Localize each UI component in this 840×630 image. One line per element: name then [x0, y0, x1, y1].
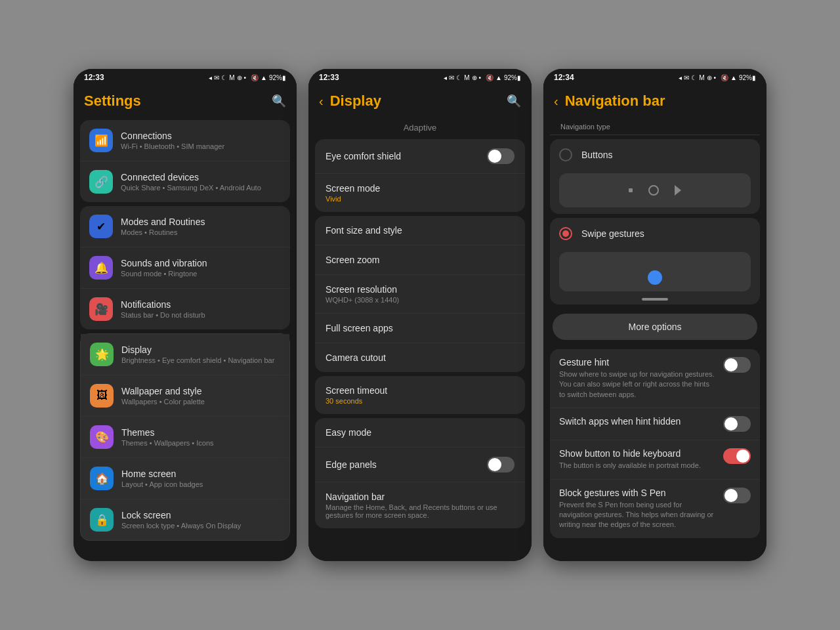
notifications-subtitle: Status bar • Do not disturb [121, 311, 281, 319]
hide-keyboard-toggle[interactable] [723, 448, 751, 464]
spen-block-toggle[interactable] [723, 488, 751, 503]
display-group-3: Screen timeout 30 seconds [315, 376, 525, 414]
hide-keyboard-sub: The button is only available in portrait… [559, 461, 717, 471]
back-arrow-display[interactable]: ‹ [319, 94, 324, 109]
swipe-indicator [648, 270, 662, 285]
nav-buttons-group: Buttons [550, 139, 760, 214]
display-content: Adaptive Eye comfort shield Screen mode … [308, 116, 532, 561]
status-time-3: 12:34 [554, 73, 574, 82]
settings-title: Settings [84, 93, 272, 110]
display-item-camera[interactable]: Camera cutout [315, 343, 525, 372]
switch-apps-title: Switch apps when hint hidden [559, 416, 717, 427]
gesture-hint-item[interactable]: Gesture hint Show where to swipe up for … [550, 349, 760, 408]
settings-item-connections[interactable]: 📶 Connections Wi-Fi • Bluetooth • SIM ma… [80, 120, 290, 161]
display-item-screenmode[interactable]: Screen mode Vivid [315, 174, 525, 212]
settings-item-lockscreen[interactable]: 🔒 Lock screen Screen lock type • Always … [81, 499, 289, 540]
display-subtitle: Brightness • Eye comfort shield • Naviga… [121, 356, 280, 364]
connections-text: Connections Wi-Fi • Bluetooth • SIM mana… [121, 131, 281, 150]
switch-apps-toggle[interactable] [723, 416, 751, 432]
buttons-label: Buttons [581, 150, 612, 160]
notifications-text: Notifications Status bar • Do not distur… [121, 299, 281, 319]
settings-item-modes[interactable]: ✔ Modes and Routines Modes • Routines [80, 206, 290, 247]
themes-icon: 🎨 [90, 425, 114, 449]
wallpaper-title: Wallpaper and style [121, 386, 280, 396]
gesture-settings-group: Gesture hint Show where to swipe up for … [550, 349, 760, 538]
hide-keyboard-item[interactable]: Show button to hide keyboard The button … [550, 440, 760, 478]
display-item-zoom[interactable]: Screen zoom [315, 245, 525, 275]
display-icon: 🌟 [90, 343, 114, 366]
phone-display: 12:33 ◂✉☾M⊕• 🔇▲92%▮ ‹ Display 🔍 Adaptive… [308, 69, 532, 561]
gesture-hint-toggle[interactable] [723, 357, 751, 373]
resolution-text: Screen resolution WQHD+ (3088 x 1440) [326, 284, 514, 304]
display-item-easymode[interactable]: Easy mode [315, 418, 525, 448]
easymode-title: Easy mode [326, 427, 514, 438]
status-icons-3: ◂✉☾M⊕• 🔇▲92%▮ [679, 74, 756, 81]
nav-content: Navigation type Buttons Swipe gestures [543, 116, 766, 561]
display-group-1: Eye comfort shield Screen mode Vivid [315, 139, 525, 212]
connections-subtitle: Wi-Fi • Bluetooth • SIM manager [121, 142, 281, 150]
modes-subtitle: Modes • Routines [121, 228, 281, 236]
display-item-font[interactable]: Font size and style [315, 216, 525, 245]
resolution-subtitle: WQHD+ (3088 x 1440) [326, 296, 514, 304]
display-item-navbar[interactable]: Navigation bar Manage the Home, Back, an… [315, 482, 525, 528]
resolution-title: Screen resolution [326, 284, 514, 295]
swipe-radio[interactable] [559, 227, 572, 240]
display-item-timeout[interactable]: Screen timeout 30 seconds [315, 376, 525, 414]
nav-circle [648, 185, 659, 196]
connected-icon: 🔗 [89, 170, 113, 194]
nav-swipe-item[interactable]: Swipe gestures [550, 218, 760, 249]
nav-swipe-group: Swipe gestures [550, 218, 760, 304]
modes-title: Modes and Routines [121, 217, 281, 227]
settings-group-1: 📶 Connections Wi-Fi • Bluetooth • SIM ma… [80, 120, 290, 202]
eye-toggle[interactable] [487, 148, 514, 164]
navbar-text: Navigation bar Manage the Home, Back, an… [326, 492, 514, 519]
status-bar-3: 12:34 ◂✉☾M⊕• 🔇▲92%▮ [543, 69, 766, 85]
more-options-button[interactable]: More options [553, 314, 757, 340]
fullscreen-title: Full screen apps [326, 323, 514, 333]
edgepanels-title: Edge panels [326, 459, 487, 470]
connections-icon: 📶 [89, 129, 113, 152]
phones-container: 12:33 ◂✉☾M⊕• 🔇▲92%▮ Settings 🔍 📶 Connect… [60, 56, 780, 574]
search-icon[interactable]: 🔍 [272, 94, 286, 108]
buttons-radio[interactable] [559, 148, 572, 161]
display-title: Display [121, 345, 280, 355]
edge-toggle[interactable] [487, 457, 514, 472]
settings-item-display[interactable]: 🌟 Display Brightness • Eye comfort shiel… [81, 334, 289, 375]
buttons-preview [559, 173, 751, 207]
homescreen-subtitle: Layout • App icon badges [121, 480, 280, 488]
status-icons-2: ◂✉☾M⊕• 🔇▲92%▮ [444, 74, 521, 81]
display-faded-top: Adaptive [308, 116, 532, 135]
settings-item-connected[interactable]: 🔗 Connected devices Quick Share • Samsun… [80, 161, 290, 202]
settings-header: Settings 🔍 [74, 85, 297, 116]
display-item-eye[interactable]: Eye comfort shield [315, 139, 525, 174]
settings-item-themes[interactable]: 🎨 Themes Themes • Wallpapers • Icons [81, 417, 289, 458]
switch-apps-item[interactable]: Switch apps when hint hidden [550, 408, 760, 440]
display-item-fullscreen[interactable]: Full screen apps [315, 314, 525, 343]
display-item-edgepanels[interactable]: Edge panels [315, 448, 525, 482]
phone-settings: 12:33 ◂✉☾M⊕• 🔇▲92%▮ Settings 🔍 📶 Connect… [74, 69, 297, 561]
nav-type-label: Navigation type [550, 116, 760, 135]
spen-block-title: Block gestures with S Pen [559, 488, 717, 498]
nav-buttons-item[interactable]: Buttons [550, 139, 760, 171]
lockscreen-text: Lock screen Screen lock type • Always On… [121, 510, 280, 530]
timeout-title: Screen timeout [326, 385, 514, 396]
display-group-4: Easy mode Edge panels Navigation bar Man… [315, 418, 525, 528]
nav-triangle [675, 185, 681, 196]
wallpaper-icon: 🖼 [90, 384, 114, 408]
notifications-icon: 🎥 [89, 297, 113, 321]
wallpaper-text: Wallpaper and style Wallpapers • Color p… [121, 386, 280, 406]
spen-block-item[interactable]: Block gestures with S Pen Prevent the S … [550, 479, 760, 538]
display-group-2: Font size and style Screen zoom Screen r… [315, 216, 525, 372]
settings-item-homescreen[interactable]: 🏠 Home screen Layout • App icon badges [81, 458, 289, 499]
display-item-resolution[interactable]: Screen resolution WQHD+ (3088 x 1440) [315, 275, 525, 314]
connected-title: Connected devices [121, 172, 281, 182]
easymode-text: Easy mode [326, 427, 514, 438]
back-arrow-nav[interactable]: ‹ [554, 94, 558, 109]
settings-item-sounds[interactable]: 🔔 Sounds and vibration Sound mode • Ring… [80, 247, 290, 289]
notifications-title: Notifications [121, 299, 281, 310]
settings-item-notifications[interactable]: 🎥 Notifications Status bar • Do not dist… [80, 289, 290, 329]
sounds-subtitle: Sound mode • Ringtone [121, 270, 281, 278]
settings-item-wallpaper[interactable]: 🖼 Wallpaper and style Wallpapers • Color… [81, 375, 289, 417]
display-search-icon[interactable]: 🔍 [507, 94, 521, 108]
navbar-title: Navigation bar [326, 492, 514, 502]
